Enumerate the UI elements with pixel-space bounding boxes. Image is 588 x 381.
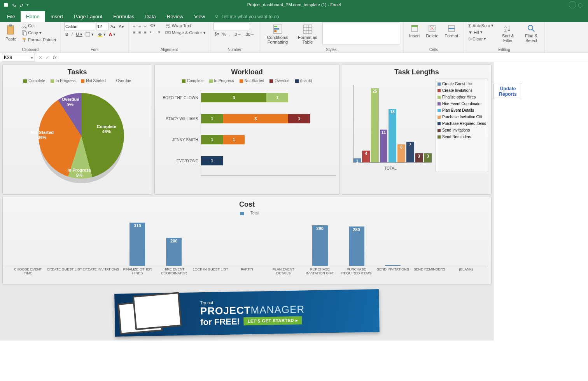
- qat-dropdown-icon[interactable]: ▾: [26, 2, 29, 7]
- insert-cells-button[interactable]: Insert: [407, 23, 422, 40]
- wrap-text-button[interactable]: Wrap Text: [164, 23, 207, 29]
- update-reports-button[interactable]: Update Reports: [494, 84, 522, 99]
- svg-rect-11: [24, 40, 24, 42]
- autosum-button[interactable]: ∑ AutoSum ▾: [467, 23, 495, 28]
- font-size-select[interactable]: [96, 23, 108, 30]
- copy-button[interactable]: Copy ▾: [20, 30, 58, 36]
- cut-button[interactable]: Cut: [20, 23, 58, 29]
- clear-button[interactable]: ◇ Clear ▾: [467, 36, 495, 42]
- italic-button[interactable]: I: [70, 32, 74, 37]
- delete-icon: [428, 24, 436, 33]
- svg-point-0: [569, 1, 576, 8]
- scissors-icon: [21, 23, 27, 28]
- redo-icon[interactable]: [19, 2, 24, 7]
- chart-title-tasks: Tasks: [6, 68, 149, 76]
- paste-icon: [6, 24, 16, 36]
- svg-rect-13: [98, 36, 102, 37]
- percent-icon[interactable]: %: [221, 32, 228, 37]
- bold-button[interactable]: B: [64, 32, 70, 37]
- legend-tasks: Complete In Progress Not Started Overdue: [6, 79, 149, 83]
- cost-x-labels: CHOOSE EVENT TIMECREATE GUEST LISTCREATE…: [6, 266, 488, 276]
- svg-rect-10: [23, 38, 26, 40]
- comma-icon[interactable]: ,: [228, 32, 231, 37]
- border-button[interactable]: ▾: [84, 32, 95, 37]
- increase-decimal-icon[interactable]: .0→: [232, 32, 242, 37]
- border-icon: [86, 32, 90, 37]
- underline-button[interactable]: U ▾: [75, 32, 84, 37]
- enter-formula-icon[interactable]: ✓: [44, 55, 51, 60]
- align-center-icon[interactable]: ≡: [137, 30, 142, 35]
- quick-access-toolbar: ▾: [0, 2, 29, 7]
- format-icon: [447, 24, 456, 33]
- tab-view[interactable]: View: [189, 11, 210, 22]
- merge-icon: [165, 30, 171, 35]
- tab-review[interactable]: Review: [161, 11, 189, 22]
- cost-chart: 3102002902805: [6, 218, 488, 266]
- increase-font-icon[interactable]: A▴: [109, 24, 117, 30]
- align-right-icon[interactable]: ≡: [143, 30, 147, 35]
- formula-input[interactable]: [59, 53, 588, 62]
- cell-styles-gallery[interactable]: [322, 23, 400, 44]
- decrease-font-icon[interactable]: A▾: [117, 24, 125, 30]
- tell-me-search[interactable]: Tell me what you want to do: [210, 12, 283, 22]
- window-controls[interactable]: [514, 1, 584, 9]
- cond-format-icon: [273, 24, 283, 34]
- find-select-button[interactable]: Find & Select: [521, 23, 541, 44]
- promo-banner[interactable]: Try out PROJECTMANAGER for FREE! LET'S G…: [114, 289, 380, 337]
- format-painter-button[interactable]: Format Painter: [20, 37, 58, 43]
- chart-title-task-lengths: Task Lengths: [345, 68, 488, 76]
- undo-icon[interactable]: [11, 2, 16, 7]
- chart-title-workload: Workload: [158, 68, 336, 76]
- cancel-formula-icon[interactable]: ✕: [37, 55, 44, 60]
- svg-rect-5: [9, 25, 12, 26]
- cta-button[interactable]: LET'S GET STARTED ▸: [244, 316, 302, 326]
- table-icon: [303, 24, 313, 34]
- tab-file[interactable]: File: [2, 11, 21, 22]
- name-box[interactable]: K39▾: [2, 54, 35, 61]
- increase-indent-icon[interactable]: ⇥: [155, 29, 161, 35]
- align-left-icon[interactable]: ≡: [132, 30, 136, 35]
- fill-color-button[interactable]: ▾: [96, 31, 107, 37]
- dashboard: Tasks Complete In Progress Not Started O…: [0, 62, 494, 341]
- tab-page-layout[interactable]: Page Layout: [68, 11, 108, 22]
- wrap-icon: [165, 23, 171, 28]
- group-styles: Conditional Formatting Format as Table S…: [259, 22, 404, 53]
- svg-rect-19: [303, 25, 312, 33]
- delete-cells-button[interactable]: Delete: [424, 23, 441, 40]
- tab-insert[interactable]: Insert: [45, 11, 69, 22]
- panel-task-lengths: Task Lengths 142511186733 TOTAL Create G…: [342, 65, 492, 195]
- decrease-decimal-icon[interactable]: .00←: [243, 32, 256, 37]
- banner-screens-graphic: [113, 286, 194, 339]
- font-name-select[interactable]: [64, 23, 95, 30]
- font-color-button[interactable]: A▾: [108, 32, 117, 37]
- decrease-indent-icon[interactable]: ⇤: [149, 29, 154, 35]
- align-middle-icon[interactable]: ≡: [137, 23, 142, 28]
- workload-chart: BOZO THE CLOWN31STACY WILLIAMS131JENNY S…: [201, 91, 336, 176]
- conditional-formatting-button[interactable]: Conditional Formatting: [262, 23, 293, 46]
- formula-bar: K39▾ ✕ ✓ fx: [0, 53, 588, 62]
- align-bottom-icon[interactable]: ≡: [143, 23, 147, 28]
- document-title: Project_dashboard_PM.com_template (1) - …: [247, 2, 341, 7]
- sort-filter-button[interactable]: AZSort & Filter: [498, 23, 518, 44]
- tab-formulas[interactable]: Formulas: [108, 11, 140, 22]
- number-format-select[interactable]: [214, 23, 249, 30]
- svg-text:Z: Z: [504, 29, 507, 33]
- paste-button[interactable]: Paste: [3, 23, 19, 43]
- merge-center-button[interactable]: Merge & Center ▾: [164, 30, 207, 36]
- format-cells-button[interactable]: Format: [442, 23, 460, 40]
- svg-rect-24: [448, 28, 455, 29]
- tab-data[interactable]: Data: [140, 11, 161, 22]
- save-icon[interactable]: [3, 2, 9, 7]
- currency-icon[interactable]: $▾: [214, 31, 220, 37]
- orientation-icon[interactable]: ⟲▾: [149, 23, 157, 28]
- format-as-table-button[interactable]: Format as Table: [294, 23, 321, 46]
- fill-button[interactable]: ▼ Fill ▾: [467, 29, 495, 35]
- align-top-icon[interactable]: ≡: [132, 23, 136, 28]
- tab-home[interactable]: Home: [21, 11, 45, 22]
- sort-icon: AZ: [504, 24, 512, 33]
- fx-icon[interactable]: fx: [51, 55, 59, 60]
- banner-text: Try out PROJECTMANAGER for FREE! LET'S G…: [200, 298, 304, 327]
- insert-icon: [410, 24, 419, 33]
- ribbon-tabs: File Home Insert Page Layout Formulas Da…: [0, 9, 588, 22]
- group-clipboard: Paste Cut Copy ▾ Format Painter Clipboar…: [0, 22, 61, 53]
